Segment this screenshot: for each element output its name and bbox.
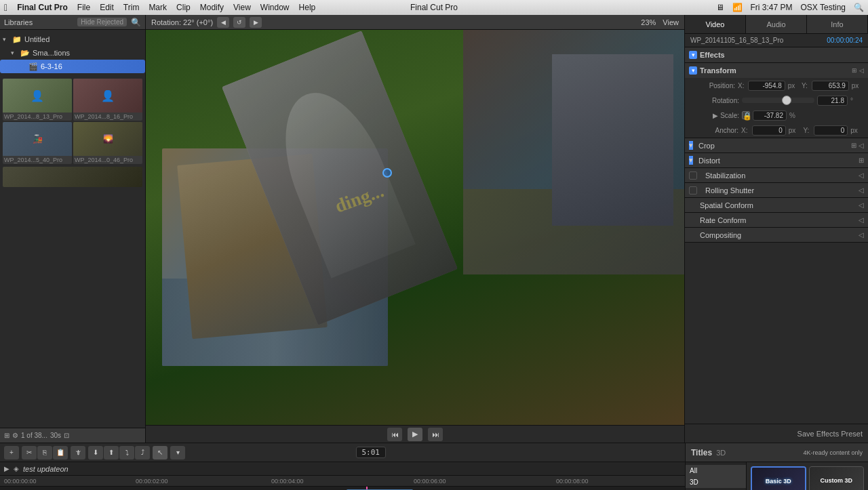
filmstrip-item-1[interactable]: 👤 WP_2014...8_16_Pro — [73, 79, 142, 121]
filmstrip-item-0[interactable]: 👤 WP_2014...8_13_Pro — [3, 79, 72, 121]
position-x-input[interactable] — [748, 81, 785, 91]
menubar:  Final Cut Pro File Edit Trim Mark Clip… — [0, 0, 868, 15]
tl-connect-btn[interactable]: ⤴ — [135, 446, 150, 460]
inspector-save-area: Save Effects Preset — [685, 424, 868, 443]
library-item-untitled[interactable]: ▾ 📁 Untitled — [0, 33, 145, 46]
filmstrip-area: 👤 WP_2014...8_13_Pro 👤 WP_2014...8_16_Pr… — [0, 76, 145, 428]
tab-video[interactable]: Video — [685, 15, 746, 33]
libraries-title: Libraries — [4, 18, 73, 26]
app-name[interactable]: Final Cut Pro — [17, 3, 68, 12]
menu-window[interactable]: Window — [260, 3, 290, 12]
menu-help[interactable]: Help — [299, 3, 316, 12]
library-item-6-3-16[interactable]: 🎬 6-3-16 — [0, 60, 145, 73]
distort-section[interactable]: ▾ Distort ⊞ — [685, 153, 868, 168]
filmstrip-item-2[interactable]: 🚂 WP_2014...5_40_Pro — [3, 122, 72, 164]
scale-lock-icon[interactable]: 🔒 — [742, 111, 750, 119]
tl-overwrite-btn[interactable]: ⤵ — [119, 446, 134, 460]
tl-paste-btn[interactable]: 📋 — [53, 446, 68, 460]
next-frame-btn[interactable]: ▶ — [250, 17, 262, 28]
library-tree: ▾ 📁 Untitled ▾ 📂 Sma...tions 🎬 6-3-16 — [0, 30, 145, 76]
add-btn[interactable]: + — [4, 446, 19, 460]
library-header: Libraries Hide Rejected 🔍 — [0, 15, 145, 30]
position-row: Position: X: px Y: px — [685, 78, 868, 93]
inspector-content: ▾ Effects ▾ Transform ⊞ ◁ Position: X: p… — [685, 47, 868, 424]
tl-disclosure[interactable]: ▶ — [4, 465, 9, 472]
apple-logo[interactable]:  — [4, 2, 7, 13]
preview-toolbar: Rotation: 22° (+0°) ◀ ↺ ▶ 23% View — [146, 15, 684, 30]
filmstrip-item-4[interactable] — [3, 167, 142, 187]
inspector-timecode: 00:00:00:24 — [827, 37, 863, 44]
transform-header[interactable]: ▾ Transform ⊞ ◁ — [685, 63, 868, 78]
skip-to-end-btn[interactable]: ⏭ — [428, 428, 443, 441]
tl-copy-btn[interactable]: ⎘ — [37, 446, 52, 460]
preview-area: Rotation: 22° (+0°) ◀ ↺ ▶ 23% View Done — [146, 15, 685, 443]
anchor-y-input[interactable] — [814, 125, 848, 136]
window-title: Final Cut Pro — [410, 3, 458, 12]
title-card-custom3d[interactable]: Custom 3D Custom 3D — [809, 466, 865, 490]
menu-mark[interactable]: Mark — [149, 3, 167, 12]
tl-expand-icon[interactable]: ◈ — [14, 465, 19, 472]
tab-info[interactable]: Info — [807, 15, 868, 33]
titles-browser: Titles 3D 4K-ready content only All 3D 3… — [685, 443, 868, 490]
effects-header[interactable]: ▾ Effects — [685, 47, 868, 62]
titles-title: Titles — [691, 448, 712, 457]
preview-canvas: ding... — [146, 30, 684, 425]
inspector-tabs: Video Audio Info — [685, 15, 868, 34]
menu-file[interactable]: File — [77, 3, 90, 12]
tl-insert-btn[interactable]: ⬇ — [88, 446, 103, 460]
menu-clip[interactable]: Clip — [176, 3, 191, 12]
inspector-filename: WP_20141105_16_58_13_Pro — [690, 37, 783, 44]
os-name: OSX Testing — [801, 3, 846, 12]
position-y-input[interactable] — [812, 81, 849, 91]
filmstrip-footer: ⊞ ⚙ 1 of 38... 30s ⊡ — [0, 428, 145, 443]
clock: Fri 3:47 PM — [751, 3, 793, 12]
project-name: test updateon — [23, 465, 68, 473]
menu-modify[interactable]: Modify — [200, 3, 224, 12]
prev-frame-btn[interactable]: ◀ — [217, 17, 229, 28]
play-btn[interactable]: ▶ — [408, 428, 422, 441]
titles-cat-3d[interactable]: 3D — [686, 476, 746, 488]
compositing-section[interactable]: Compositing ◁ — [685, 228, 868, 243]
tl-cut-btn[interactable]: ✂ — [22, 446, 37, 460]
stabilization-section[interactable]: Stabilization ◁ — [685, 168, 868, 183]
inspector-file: WP_20141105_16_58_13_Pro 00:00:00:24 — [685, 34, 868, 47]
inspector-panel: Video Audio Info WP_20141105_16_58_13_Pr… — [685, 15, 868, 443]
tl-more-tools[interactable]: ▾ — [170, 446, 185, 460]
crop-section[interactable]: ▾ Crop ⊞ ◁ — [685, 138, 868, 153]
rotation-input[interactable] — [817, 96, 848, 106]
preview-percent: 23% — [641, 18, 656, 26]
titles-cat-all[interactable]: All — [686, 465, 746, 476]
rolling-shutter-section[interactable]: Rolling Shutter ◁ — [685, 183, 868, 198]
tl-blade-btn[interactable]: 🗡 — [71, 446, 85, 460]
rate-conform-section[interactable]: Rate Conform ◁ — [685, 213, 868, 228]
menu-trim[interactable]: Trim — [123, 3, 140, 12]
filmstrip-view-options[interactable]: ⊡ — [64, 432, 69, 439]
scale-input[interactable] — [753, 110, 787, 121]
reset-btn[interactable]: ↺ — [233, 17, 245, 28]
view-toggle-icon[interactable]: ⊞ — [4, 432, 9, 439]
bottom-section: + ✂ ⎘ 📋 🗡 ⬇ ⬆ ⤵ ⤴ ↖ ▾ 5:01 ↺ ⊕ ⊖ ◆ ♬ T ◧… — [0, 443, 868, 490]
transport-controls: ⏮ ▶ ⏭ — [146, 425, 684, 443]
filmstrip-item-3[interactable]: 🌄 WP_2014...0_46_Pro — [73, 122, 142, 164]
menu-view[interactable]: View — [233, 3, 251, 12]
titles-browser-header: Titles 3D 4K-ready content only — [686, 443, 868, 462]
filmstrip-settings-icon[interactable]: ⚙ — [12, 432, 18, 439]
preview-view-btn[interactable]: View — [663, 18, 679, 26]
timecode-display: 5:01 — [356, 447, 387, 458]
hide-rejected-button[interactable]: Hide Rejected — [77, 18, 127, 26]
title-card-basic3d[interactable]: Basic 3D Basic 3D — [751, 466, 806, 490]
tl-append-btn[interactable]: ⬆ — [104, 446, 119, 460]
screen-share-icon: 🖥 — [716, 3, 724, 12]
library-item-smartcollections[interactable]: ▾ 📂 Sma...tions — [0, 46, 145, 60]
menu-edit[interactable]: Edit — [100, 3, 114, 12]
skip-to-start-btn[interactable]: ⏮ — [387, 428, 402, 441]
tl-select-tool[interactable]: ↖ — [153, 446, 167, 460]
tab-audio[interactable]: Audio — [746, 15, 807, 33]
search-menubar-icon[interactable]: 🔍 — [854, 3, 864, 12]
anchor-x-input[interactable] — [752, 125, 786, 136]
save-effects-preset-button[interactable]: Save Effects Preset — [797, 430, 863, 438]
titles-sidebar: All 3D 3D Cinematic Build In/Out Bumper/… — [686, 462, 868, 490]
spatial-conform-section[interactable]: Spatial Conform ◁ — [685, 198, 868, 213]
library-search-icon[interactable]: 🔍 — [131, 18, 141, 27]
anchor-row: Anchor: X: px Y: px — [685, 123, 868, 138]
